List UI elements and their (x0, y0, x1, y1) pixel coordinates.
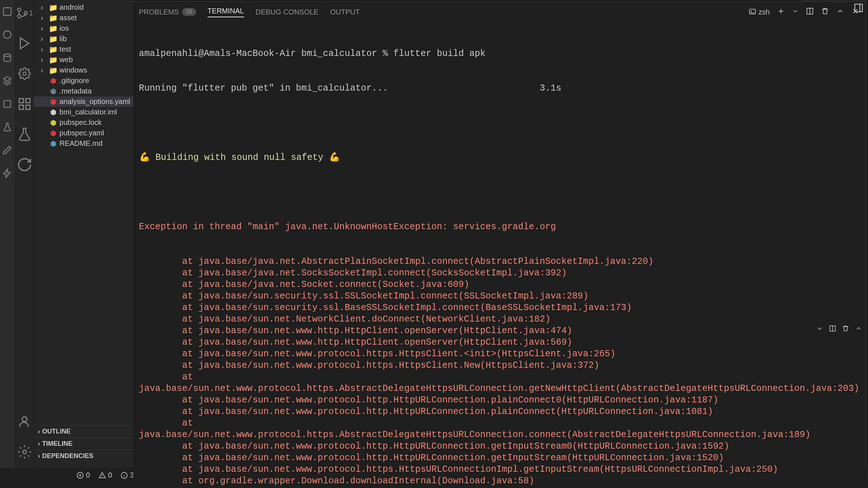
circle-icon[interactable] (0, 27, 14, 42)
chevron-down-icon[interactable] (816, 325, 823, 334)
terminal-output[interactable]: amalpenahli@Amals-MacBook-Air bmi_calcul… (133, 22, 865, 488)
maximize-panel-icon[interactable] (836, 7, 844, 17)
svg-rect-10 (19, 105, 23, 109)
run-debug-icon[interactable] (16, 35, 33, 52)
activity-bar: 1 (16, 0, 34, 468)
svg-point-5 (17, 15, 21, 18)
stack-line: at java.base/sun.net.www.protocol.https.… (139, 360, 859, 371)
testing-icon[interactable] (16, 126, 33, 143)
stack-line: at java.base/sun.net.www.protocol.https.… (139, 371, 859, 395)
folder-test[interactable]: ›📁test (34, 44, 133, 55)
activity-bar-far-left (0, 0, 14, 468)
layers-icon[interactable] (0, 74, 14, 88)
shell-selector[interactable]: zsh (748, 8, 770, 16)
stack-line: at java.base/sun.net.www.protocol.http.H… (139, 395, 859, 406)
folder-ios[interactable]: ›📁ios (34, 23, 133, 34)
stack-line: at java.base/sun.net.www.protocol.http.H… (139, 441, 859, 452)
extensions-icon[interactable] (16, 95, 33, 113)
folder-asset[interactable]: ›📁asset (34, 13, 133, 23)
right-sidebar: e new SDK? (865, 0, 868, 468)
svg-rect-14 (749, 9, 755, 14)
bottom-panel: PROBLEMS 39 TERMINAL DEBUG CONSOLE OUTPU… (133, 1, 865, 488)
menu-icon[interactable] (0, 4, 14, 19)
svg-point-2 (4, 54, 11, 57)
stack-line: at java.base/sun.net.NetworkClient.doCon… (139, 314, 859, 325)
file-pubspec-lock[interactable]: ⬢pubspec.lock (34, 117, 133, 128)
chevron-down-icon[interactable] (792, 8, 799, 16)
stack-line: at java.base/sun.net.www.protocol.https.… (139, 464, 859, 475)
trash-icon[interactable] (842, 325, 849, 334)
svg-point-13 (23, 450, 26, 454)
file-bmi_calculator-iml[interactable]: ⬢bmi_calculator.iml (34, 107, 133, 117)
tab-terminal[interactable]: TERMINAL (208, 7, 244, 17)
split-icon[interactable] (829, 325, 836, 334)
minimap[interactable] (800, 0, 865, 1)
stack-line: at java.base/java.net.Socket.connect(Soc… (139, 279, 859, 291)
folder-android[interactable]: ›📁android (34, 2, 133, 13)
kill-terminal-icon[interactable] (821, 7, 829, 17)
file-pubspec-yaml[interactable]: ⬢pubspec.yaml (34, 128, 133, 138)
editor-area: 2345678 # check for errors, warnings, an… (133, 0, 865, 468)
svg-rect-11 (26, 105, 30, 109)
svg-point-4 (17, 8, 21, 11)
svg-rect-0 (4, 8, 11, 16)
code-editor[interactable]: 2345678 # check for errors, warnings, an… (133, 0, 865, 1)
svg-rect-8 (19, 99, 23, 103)
problems-count-badge: 39 (182, 8, 196, 16)
split-terminal-icon[interactable] (806, 7, 814, 17)
stack-line: at java.base/sun.security.ssl.SSLSocketI… (139, 291, 859, 302)
bolt-icon[interactable] (0, 166, 14, 180)
edit-icon[interactable] (0, 143, 14, 157)
stack-line: at java.base/sun.net.www.protocol.http.H… (139, 452, 859, 464)
svg-rect-3 (4, 101, 11, 108)
stack-line: at java.base/sun.net.www.protocol.https.… (139, 418, 859, 441)
account-icon[interactable] (16, 413, 33, 430)
stack-line: at java.base/sun.net.www.protocol.http.H… (139, 406, 859, 418)
scm-badge: 1 (29, 9, 33, 17)
stack-line: at java.base/java.net.SocksSocketImpl.co… (139, 267, 859, 279)
stack-line: at org.gradle.wrapper.Download.downloadI… (139, 475, 859, 487)
status-errors[interactable]: 0 (77, 471, 90, 479)
folder-windows[interactable]: ›📁windows (34, 65, 133, 75)
panel-tabs: PROBLEMS 39 TERMINAL DEBUG CONSOLE OUTPU… (133, 2, 865, 22)
svg-rect-9 (26, 99, 30, 103)
svg-point-12 (22, 417, 27, 422)
new-terminal-icon[interactable] (777, 7, 785, 17)
file-analysis_options-yaml[interactable]: ⬢analysis_options.yaml (34, 96, 133, 107)
badge-icon[interactable] (0, 97, 14, 111)
folder-web[interactable]: ›📁web (34, 55, 133, 65)
svg-rect-16 (855, 4, 863, 12)
stack-line: at java.base/sun.net.www.protocol.https.… (139, 348, 859, 360)
stack-line: at java.base/sun.security.ssl.BaseSSLSoc… (139, 302, 859, 314)
db-icon[interactable] (0, 51, 14, 65)
tab-debug-console[interactable]: DEBUG CONSOLE (256, 8, 318, 16)
stack-line: at java.base/java.net.AbstractPlainSocke… (139, 256, 859, 267)
layout-toggle-icon[interactable] (854, 3, 864, 15)
stack-line: at java.base/sun.net.www.http.HttpClient… (139, 325, 859, 337)
file-README-md[interactable]: ⬢README.md (34, 138, 133, 149)
settings-gear-icon[interactable] (16, 65, 33, 82)
tab-problems[interactable]: PROBLEMS 39 (139, 8, 196, 16)
file--gitignore[interactable]: ⬢.gitignore (34, 75, 133, 86)
tab-output[interactable]: OUTPUT (330, 8, 360, 16)
source-control-icon[interactable]: 1 (16, 4, 33, 22)
svg-point-7 (23, 72, 26, 75)
svg-point-1 (4, 31, 11, 39)
status-warnings[interactable]: 0 (99, 471, 112, 479)
flask-icon[interactable] (0, 120, 14, 134)
manage-gear-icon[interactable] (16, 443, 33, 461)
folder-lib[interactable]: ›📁lib (34, 34, 133, 44)
file--metadata[interactable]: ⬢.metadata (34, 86, 133, 96)
sync-icon[interactable] (16, 156, 33, 173)
stack-line: at java.base/sun.net.www.http.HttpClient… (139, 337, 859, 348)
chevron-up-icon[interactable] (855, 325, 862, 334)
file-tree: ›📁android›📁asset›📁ios›📁lib›📁test›📁web›📁w… (34, 0, 133, 468)
